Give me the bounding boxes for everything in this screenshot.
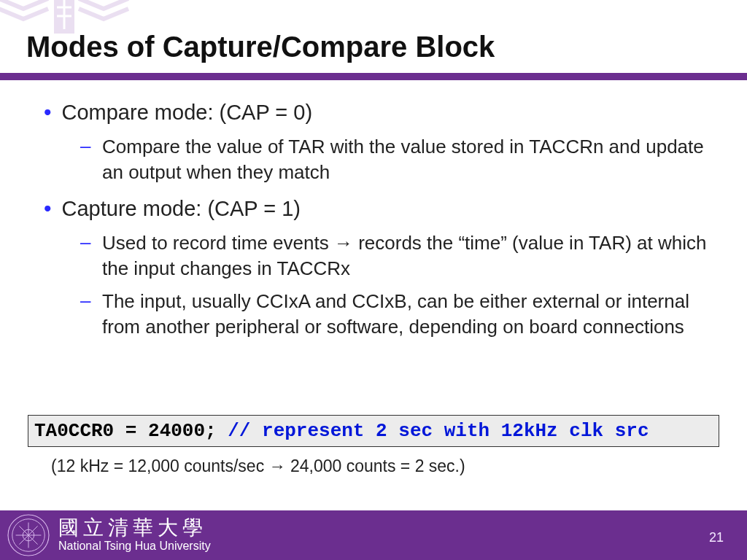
subbullet: – Used to record time events → records t… — [80, 230, 708, 281]
page-number: 21 — [709, 530, 724, 545]
slide-title: Modes of Capture/Compare Block — [26, 31, 495, 63]
subbullet: – The input, usually CCIxA and CCIxB, ca… — [80, 289, 708, 340]
code-example: TA0CCR0 = 24000; // represent 2 sec with… — [28, 415, 719, 447]
calculation-note: (12 kHz = 12,000 counts/sec → 24,000 cou… — [51, 456, 465, 476]
dash-icon: – — [80, 230, 93, 254]
code-comment: // represent 2 sec with 12kHz clk src — [217, 420, 649, 442]
bullet-text: Compare mode: (CAP = 0) — [62, 99, 708, 127]
slide-content: • Compare mode: (CAP = 0) – Compare the … — [39, 93, 708, 347]
university-name: 國立清華大學 National Tsing Hua University — [58, 518, 211, 553]
bullet-text: Capture mode: (CAP = 1) — [62, 195, 708, 223]
bullet-capture-mode: • Capture mode: (CAP = 1) — [39, 195, 708, 223]
subbullet-text: Used to record time events → records the… — [102, 230, 708, 281]
bullet-icon: • — [44, 99, 52, 125]
title-underline — [0, 73, 747, 80]
university-name-zh: 國立清華大學 — [58, 518, 211, 538]
footer: 國立清華大學 National Tsing Hua University 21 — [0, 510, 747, 560]
subbullet-text: The input, usually CCIxA and CCIxB, can … — [102, 289, 708, 340]
bullet-compare-mode: • Compare mode: (CAP = 0) — [39, 99, 708, 127]
university-seal-icon — [7, 514, 50, 556]
code-statement: TA0CCR0 = 24000; — [34, 420, 217, 442]
dash-icon: – — [80, 134, 93, 158]
slide: Modes of Capture/Compare Block • Compare… — [0, 0, 747, 560]
dash-icon: – — [80, 289, 93, 313]
bullet-icon: • — [44, 195, 52, 222]
subbullet-text: Compare the value of TAR with the value … — [102, 134, 708, 185]
subbullet: – Compare the value of TAR with the valu… — [80, 134, 708, 185]
university-name-en: National Tsing Hua University — [58, 540, 211, 553]
